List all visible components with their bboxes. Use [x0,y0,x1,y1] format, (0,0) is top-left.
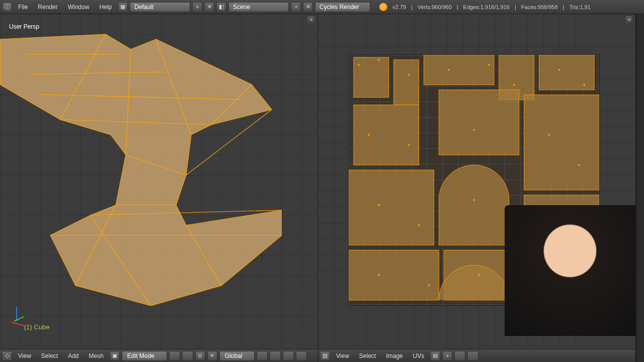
editor-type-icon-uv[interactable]: ▧ [320,351,330,361]
sel-mode-edge[interactable] [270,351,281,361]
menu-view[interactable]: View [14,352,35,359]
stats-faces: Faces:958/958 [518,4,558,10]
svg-point-25 [378,274,380,276]
svg-point-29 [578,164,580,166]
limit-selection[interactable] [296,351,307,361]
menu-view-uv[interactable]: View [332,352,353,359]
image-browse-icon[interactable]: ▤ [430,351,440,361]
object-name-label: (1) Cube [24,323,50,331]
screen-layout-dropdown[interactable]: Default [130,2,190,12]
sel-mode-face[interactable] [283,351,294,361]
viewport-3d: ＋ User Persp (1) Cube ◇ View [0,14,318,362]
scene-label: Scene [233,4,250,11]
layout-add[interactable]: ＋ [192,2,202,12]
screen-layout-label: Default [134,4,153,11]
menu-window[interactable]: Window [64,4,94,11]
top-menu-bar: ⓘ File Render Window Help ▦ Default ＋ ✕ … [0,0,644,14]
orientation-dropdown[interactable]: Global [219,351,255,361]
svg-rect-1 [354,57,389,98]
menu-image[interactable]: Image [382,352,407,359]
manipulator-icon[interactable]: ⤧ [207,351,217,361]
svg-rect-5 [539,55,594,90]
sel-mode-vertex[interactable] [257,351,268,361]
version-label: v2.79 [389,4,406,10]
svg-point-20 [583,84,585,86]
image-new[interactable]: ＋ [442,351,452,361]
svg-point-24 [418,224,420,226]
stats-tris: Tris:1,91 [566,4,590,10]
mode-dropdown[interactable]: Edit Mode [122,351,167,361]
menu-uvs[interactable]: UVs [409,352,429,359]
webcam-overlay [505,205,635,336]
menu-add[interactable]: Add [64,352,83,359]
viewport-3d-footer: ◇ View Select Add Mesh ▣ Edit Mode ⊙ ⤧ G… [0,349,317,362]
svg-point-23 [378,204,380,206]
uv-sync[interactable] [467,351,478,361]
svg-rect-6 [354,105,419,165]
svg-point-27 [478,274,480,276]
main-split: ＋ User Persp (1) Cube ◇ View [0,14,644,362]
region-toggle-button-uv[interactable]: ＋ [625,16,632,23]
svg-point-33 [473,199,475,201]
orientation-label: Global [225,352,243,359]
svg-point-15 [408,74,410,76]
menu-render[interactable]: Render [34,4,61,11]
svg-point-18 [513,84,515,86]
blender-logo-icon [379,3,387,11]
svg-rect-12 [439,90,519,155]
menu-mesh[interactable]: Mesh [85,352,108,359]
scene-add[interactable]: ＋ [291,2,301,12]
svg-rect-11 [524,95,599,190]
anvil-mesh [0,24,282,306]
mode-label: Edit Mode [127,352,154,359]
pivot-icon[interactable]: ⊙ [195,351,205,361]
editor-type-icon[interactable]: ◇ [2,351,12,361]
uv-editor-canvas[interactable]: ＋ [318,14,635,349]
pivot-uv[interactable] [454,351,465,361]
svg-point-28 [548,134,550,136]
svg-point-13 [358,64,360,66]
scene-remove[interactable]: ✕ [303,2,313,12]
menu-select[interactable]: Select [37,352,62,359]
engine-label: Cycles Render [319,4,359,11]
right-scrollbar[interactable] [636,14,644,362]
scene-dropdown[interactable]: Scene [228,2,289,12]
uv-editor-footer: ▧ View Select Image UVs ▤ ＋ [318,349,635,362]
axis-gizmo [7,305,27,325]
menu-select-uv[interactable]: Select [355,352,380,359]
region-toggle-button[interactable]: ＋ [307,16,314,23]
svg-point-21 [368,134,370,136]
svg-point-14 [378,59,380,61]
svg-point-22 [408,144,410,146]
engine-dropdown[interactable]: Cycles Render [315,2,370,12]
scene-icon[interactable]: ◧ [216,2,226,12]
mode-icon[interactable]: ▣ [110,351,120,361]
menu-help[interactable]: Help [95,4,116,11]
svg-rect-2 [394,60,419,105]
shading-toggle[interactable] [169,351,180,361]
svg-point-32 [473,129,475,131]
svg-point-16 [448,69,450,71]
viewport-3d-canvas[interactable]: ＋ User Persp (1) Cube [0,14,317,349]
info-icon[interactable]: ⓘ [2,2,12,12]
svg-point-17 [488,64,490,66]
layout-icon[interactable]: ▦ [118,2,128,12]
svg-point-26 [428,284,430,286]
stats-edges: Edges:1,916/1,916 [460,4,510,10]
svg-rect-7 [349,170,434,245]
stats-verts: Verts:960/960 [415,4,452,10]
layout-remove[interactable]: ✕ [204,2,214,12]
svg-rect-3 [424,55,494,85]
svg-marker-0 [0,34,282,306]
svg-rect-8 [349,250,439,300]
uv-editor: ＋ [318,14,636,362]
svg-point-19 [558,69,560,71]
shading-toggle-2[interactable] [182,351,193,361]
menu-file[interactable]: File [14,4,32,11]
